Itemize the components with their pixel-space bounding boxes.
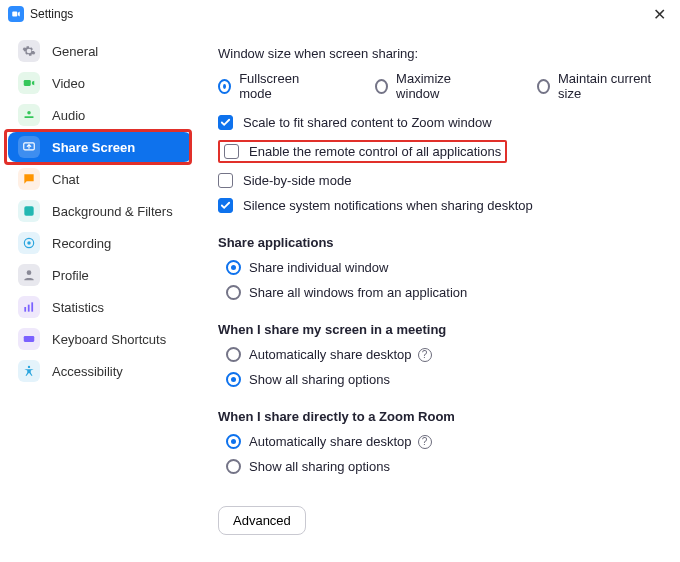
background-filters-icon xyxy=(18,200,40,222)
svg-rect-12 xyxy=(24,336,35,342)
advanced-button[interactable]: Advanced xyxy=(218,506,306,535)
radio-label: Automatically share desktop xyxy=(249,347,412,362)
help-icon[interactable]: ? xyxy=(418,348,432,362)
statistics-icon xyxy=(18,296,40,318)
sidebar-item-label: Keyboard Shortcuts xyxy=(52,332,166,347)
checkbox-label: Enable the remote control of all applica… xyxy=(249,144,501,159)
sidebar-item-label: Accessibility xyxy=(52,364,123,379)
checkbox-icon xyxy=(224,144,239,159)
sidebar-item-accessibility[interactable]: Accessibility xyxy=(8,356,192,386)
radio-icon xyxy=(226,434,241,449)
checkbox-icon xyxy=(218,115,233,130)
svg-rect-10 xyxy=(28,305,30,312)
share-applications-heading: Share applications xyxy=(218,235,658,250)
share-screen-icon xyxy=(18,136,40,158)
title-bar: Settings ✕ xyxy=(0,0,680,28)
sidebar-item-label: Background & Filters xyxy=(52,204,173,219)
audio-icon xyxy=(18,104,40,126)
sidebar-item-label: Profile xyxy=(52,268,89,283)
sidebar-item-background-filters[interactable]: Background & Filters xyxy=(8,196,192,226)
svg-rect-11 xyxy=(31,302,33,311)
svg-point-8 xyxy=(27,270,32,275)
radio-label: Show all sharing options xyxy=(249,372,390,387)
checkbox-enable-remote-control[interactable]: Enable the remote control of all applica… xyxy=(224,144,501,159)
radio-maximize-window[interactable]: Maximize window xyxy=(375,71,481,101)
sidebar-item-profile[interactable]: Profile xyxy=(8,260,192,290)
checkbox-label: Side-by-side mode xyxy=(243,173,351,188)
radio-icon xyxy=(226,372,241,387)
sidebar-item-chat[interactable]: Chat xyxy=(8,164,192,194)
sidebar-item-label: Audio xyxy=(52,108,85,123)
video-icon xyxy=(18,72,40,94)
checkbox-side-by-side[interactable]: Side-by-side mode xyxy=(218,173,351,188)
sidebar-item-general[interactable]: General xyxy=(8,36,192,66)
window-size-radio-group: Fullscreen mode Maximize window Maintain… xyxy=(218,71,658,101)
radio-label: Show all sharing options xyxy=(249,459,390,474)
radio-meeting-auto-share[interactable]: Automatically share desktop xyxy=(226,347,412,362)
profile-icon xyxy=(18,264,40,286)
svg-rect-1 xyxy=(24,80,31,86)
radio-maintain-current-size[interactable]: Maintain current size xyxy=(537,71,658,101)
sidebar-item-label: Chat xyxy=(52,172,79,187)
checkbox-icon xyxy=(218,198,233,213)
sidebar-item-statistics[interactable]: Statistics xyxy=(8,292,192,322)
checkbox-scale-to-fit[interactable]: Scale to fit shared content to Zoom wind… xyxy=(218,115,492,130)
window-title: Settings xyxy=(30,7,73,21)
svg-point-3 xyxy=(27,111,31,115)
sidebar-item-label: Video xyxy=(52,76,85,91)
svg-rect-5 xyxy=(24,206,33,215)
checkbox-label: Silence system notifications when sharin… xyxy=(243,198,533,213)
recording-icon xyxy=(18,232,40,254)
radio-meeting-show-all[interactable]: Show all sharing options xyxy=(226,372,390,387)
radio-zoomroom-show-all[interactable]: Show all sharing options xyxy=(226,459,390,474)
radio-label: Share all windows from an application xyxy=(249,285,467,300)
checkbox-label: Scale to fit shared content to Zoom wind… xyxy=(243,115,492,130)
svg-rect-9 xyxy=(24,307,26,312)
radio-icon xyxy=(218,79,231,94)
radio-label: Share individual window xyxy=(249,260,388,275)
radio-icon xyxy=(537,79,550,94)
sidebar-item-video[interactable]: Video xyxy=(8,68,192,98)
radio-icon xyxy=(226,459,241,474)
radio-icon xyxy=(226,285,241,300)
checkbox-silence-notifications[interactable]: Silence system notifications when sharin… xyxy=(218,198,533,213)
sidebar-item-label: Recording xyxy=(52,236,111,251)
help-icon[interactable]: ? xyxy=(418,435,432,449)
gear-icon xyxy=(18,40,40,62)
radio-label: Fullscreen mode xyxy=(239,71,319,101)
svg-point-7 xyxy=(27,241,31,245)
radio-icon xyxy=(226,260,241,275)
share-meeting-heading: When I share my screen in a meeting xyxy=(218,322,658,337)
radio-label: Maintain current size xyxy=(558,71,658,101)
radio-icon xyxy=(375,79,388,94)
svg-point-13 xyxy=(28,366,30,368)
sidebar-item-share-screen[interactable]: Share Screen xyxy=(8,132,192,162)
radio-zoomroom-auto-share[interactable]: Automatically share desktop xyxy=(226,434,412,449)
radio-share-individual-window[interactable]: Share individual window xyxy=(226,260,388,275)
checkbox-icon xyxy=(218,173,233,188)
radio-fullscreen-mode[interactable]: Fullscreen mode xyxy=(218,71,319,101)
sidebar-item-keyboard-shortcuts[interactable]: Keyboard Shortcuts xyxy=(8,324,192,354)
chat-icon xyxy=(18,168,40,190)
svg-rect-2 xyxy=(24,116,33,118)
accessibility-icon xyxy=(18,360,40,382)
keyboard-icon xyxy=(18,328,40,350)
share-zoom-room-heading: When I share directly to a Zoom Room xyxy=(218,409,658,424)
sidebar-item-audio[interactable]: Audio xyxy=(8,100,192,130)
svg-rect-0 xyxy=(12,12,17,17)
radio-icon xyxy=(226,347,241,362)
sidebar-item-label: General xyxy=(52,44,98,59)
settings-panel-share-screen: Window size when screen sharing: Fullscr… xyxy=(200,28,680,562)
radio-share-all-windows[interactable]: Share all windows from an application xyxy=(226,285,467,300)
sidebar-item-recording[interactable]: Recording xyxy=(8,228,192,258)
highlight-remote-control-option: Enable the remote control of all applica… xyxy=(218,140,507,163)
close-icon[interactable]: ✕ xyxy=(647,3,672,26)
sidebar-item-label: Share Screen xyxy=(52,140,135,155)
sidebar-item-label: Statistics xyxy=(52,300,104,315)
app-icon xyxy=(8,6,24,22)
radio-label: Maximize window xyxy=(396,71,481,101)
window-size-label: Window size when screen sharing: xyxy=(218,46,658,61)
settings-sidebar: General Video Audio Share Screen Chat Ba… xyxy=(0,28,200,562)
radio-label: Automatically share desktop xyxy=(249,434,412,449)
